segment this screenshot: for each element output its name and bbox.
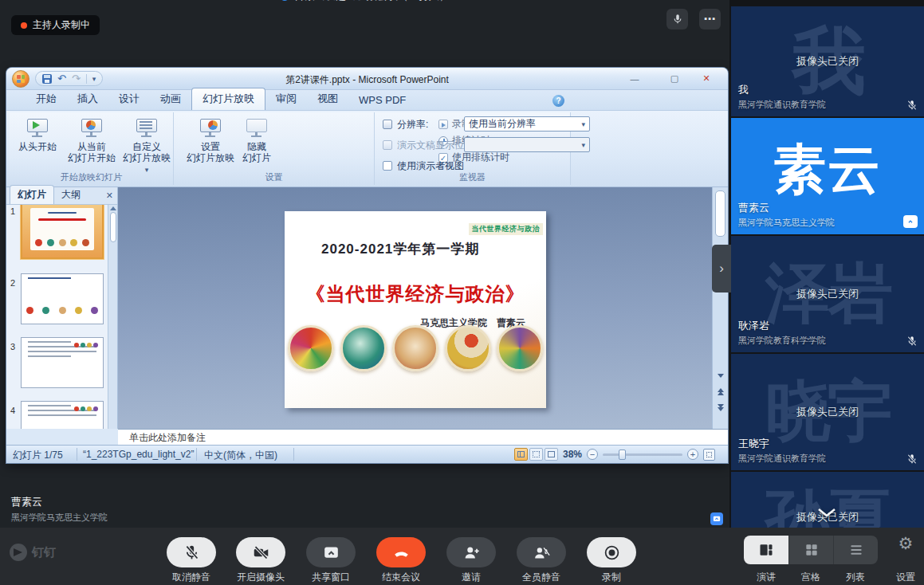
scrollbar-thumb[interactable] [715, 190, 725, 237]
screen-share-badge-icon [710, 512, 723, 525]
setup-show-icon [199, 119, 222, 138]
notes-input[interactable]: 单击此处添加备注 [118, 429, 728, 445]
slide-image-strip [288, 325, 543, 371]
dingtalk-logo-text: 钉钉 [32, 545, 56, 560]
slide-number: 1 [10, 206, 15, 216]
mic-status-button[interactable] [666, 9, 688, 29]
slide-thumbnail-3[interactable] [21, 337, 104, 388]
slide-editing-canvas[interactable]: 当代世界经济与政治 2020-2021学年第一学期 《当代世界经济与政治》 马克… [118, 187, 712, 429]
camera-on-button[interactable] [236, 537, 285, 567]
tab-insert[interactable]: 插入 [67, 88, 108, 110]
from-beginning-button[interactable]: 从头开始 [14, 117, 61, 152]
mic-muted-icon [906, 100, 918, 111]
presenter-org: 黑河学院马克思主义学院 [11, 512, 108, 524]
settings-label: 设置 [882, 571, 924, 584]
participant-tile-gengzeyan[interactable]: 泽岩 摄像头已关闭 耿泽岩 黑河学院教育科学学院 [731, 236, 924, 352]
mic-icon [672, 14, 683, 25]
tab-home[interactable]: 开始 [26, 88, 67, 110]
current-slide[interactable]: 当代世界经济与政治 2020-2021学年第一学期 《当代世界经济与政治》 马克… [285, 211, 546, 408]
participant-tile-wangxiaoyu[interactable]: 晓宇 摄像头已关闭 王晓宇 黑河学院通识教育学院 [731, 354, 924, 470]
scroll-up-icon[interactable] [110, 206, 116, 210]
panel-scrollbar[interactable] [108, 205, 117, 429]
normal-view-button[interactable] [514, 448, 528, 461]
display-position-select[interactable]: ▾ [464, 137, 590, 152]
slide-thumbnail-row: 4 [6, 401, 117, 429]
checkbox-unchecked-icon[interactable] [383, 161, 392, 171]
close-button[interactable]: ✕ [695, 72, 718, 85]
shared-powerpoint-window: ↶ ↷ ▾ 第2讲课件.pptx - Microsoft PowerPoint … [6, 68, 728, 463]
speaker-view-label: 演讲 [742, 571, 790, 584]
share-window-label: 共享窗口 [295, 571, 367, 584]
tab-slides[interactable]: 幻灯片 [10, 185, 54, 204]
previous-slide-button[interactable] [713, 388, 728, 395]
mute-all-button[interactable] [517, 537, 566, 567]
maximize-button[interactable]: ▢ [663, 72, 686, 85]
more-options-button[interactable]: ⋯ [699, 9, 721, 29]
sidebar-collapse-tab[interactable]: › [712, 245, 731, 292]
zoom-out-button[interactable]: − [587, 449, 598, 460]
record-button[interactable] [587, 537, 636, 567]
tab-view[interactable]: 视图 [307, 88, 348, 110]
help-button[interactable]: ? [552, 95, 564, 107]
hide-slide-icon [245, 119, 269, 138]
camera-on-label: 开启摄像头 [225, 571, 297, 584]
resolution-select[interactable]: 使用当前分辨率 ▾ [464, 116, 590, 132]
ppt-titlebar[interactable]: ↶ ↷ ▾ 第2讲课件.pptx - Microsoft PowerPoint … [6, 68, 728, 90]
group-label: 开始放映幻灯片 [10, 171, 173, 183]
tab-design[interactable]: 设计 [108, 88, 150, 110]
slide-thumbnail-4[interactable] [21, 401, 104, 429]
zoom-level: 38% [563, 449, 582, 460]
participants-sidebar: 我 摄像头已关闭 我 黑河学院通识教育学院 素云 曹素云 黑河学院马克思主义学院… [729, 0, 924, 585]
collapse-strip-chevron-icon[interactable] [816, 507, 837, 520]
next-slide-button[interactable] [713, 404, 728, 411]
slide-thumbnail-2[interactable] [21, 273, 104, 324]
tab-slideshow[interactable]: 幻灯片放映 [191, 88, 265, 110]
slide-thumbnail-1[interactable] [21, 205, 104, 259]
slide-sorter-view-button[interactable] [529, 448, 543, 461]
list-view-button[interactable] [833, 536, 878, 564]
tab-animations[interactable]: 动画 [150, 88, 191, 110]
slide-thumbnails: 1 2 3 [6, 205, 117, 429]
language-indicator[interactable]: 中文(简体，中国) [204, 449, 277, 462]
hide-slide-button[interactable]: 隐藏 幻灯片 [238, 117, 276, 163]
zoom-in-button[interactable]: + [687, 449, 698, 460]
slideshow-view-button[interactable] [545, 448, 558, 461]
group-label: 设置 [174, 171, 374, 183]
participant-name: 曹素云 [738, 201, 769, 215]
zoom-slider[interactable] [603, 453, 682, 456]
speaker-view-button[interactable] [744, 536, 788, 564]
meeting-title-text: 曹素云发起的视频会议（主持人） [294, 0, 450, 2]
unmute-button[interactable] [167, 537, 216, 567]
tab-wps-pdf[interactable]: WPS PDF [348, 91, 416, 110]
ppt-status-bar: 幻灯片 1/75 “1_223TGp_edu_light_v2” 中文(简体，中… [6, 445, 728, 463]
participant-tile-caosuyun[interactable]: 素云 曹素云 黑河学院马克思主义学院 [731, 118, 924, 234]
participant-org: 黑河学院通识教育学院 [738, 99, 826, 111]
tab-outline[interactable]: 大纲 [54, 186, 88, 204]
end-meeting-button[interactable] [376, 537, 426, 567]
settings-gear-icon[interactable]: ⚙ [895, 534, 917, 553]
minimize-button[interactable]: — [623, 72, 646, 85]
from-current-slide-button[interactable]: 从当前 幻灯片开始 [64, 117, 120, 163]
participant-org: 黑河学院马克思主义学院 [738, 217, 835, 229]
panel-close-icon[interactable]: ✕ [106, 190, 113, 201]
slide-counter: 幻灯片 1/75 [13, 449, 63, 462]
canvas-scrollbar[interactable] [712, 187, 728, 429]
participant-tile-me[interactable]: 我 摄像头已关闭 我 黑河学院通识教育学院 [731, 6, 924, 116]
camera-off-text: 摄像头已关闭 [731, 287, 924, 301]
list-view-label: 列表 [832, 571, 879, 584]
zoom-slider-thumb[interactable] [619, 450, 626, 460]
invite-button[interactable] [446, 537, 496, 567]
play-screen-icon [26, 119, 49, 138]
fit-to-window-button[interactable] [703, 449, 715, 461]
scrollbar-thumb[interactable] [110, 212, 116, 242]
share-window-button[interactable] [306, 537, 356, 567]
scroll-down-icon[interactable] [713, 374, 728, 378]
current-slide-screen-icon [80, 119, 104, 138]
tab-review[interactable]: 审阅 [265, 88, 307, 110]
custom-slideshow-button[interactable]: 自定义 幻灯片放映 ▾ [121, 117, 172, 175]
recording-status-badge: 主持人录制中 [11, 15, 100, 35]
setup-slideshow-button[interactable]: 设置 幻灯片放映 [185, 117, 236, 163]
grid-view-button[interactable] [788, 536, 833, 564]
invite-label: 邀请 [435, 571, 507, 584]
participant-name: 我 [738, 83, 749, 97]
